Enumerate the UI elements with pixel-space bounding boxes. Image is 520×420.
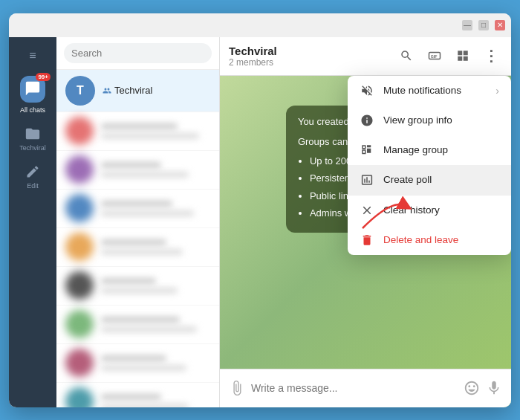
list-item[interactable] xyxy=(56,151,219,190)
chat-header-actions: GIF ⋮ xyxy=(395,45,502,67)
search-bar xyxy=(56,37,219,70)
attachment-button[interactable] xyxy=(229,380,245,396)
menu-item-manage-group[interactable]: Manage group xyxy=(348,135,511,165)
more-options-button[interactable]: ⋮ xyxy=(480,45,502,67)
mute-icon xyxy=(360,84,374,97)
menu-item-delete-leave[interactable]: Delete and leave xyxy=(348,225,511,255)
layout-button[interactable] xyxy=(452,45,474,67)
clear-history-icon xyxy=(360,204,374,217)
chat-item-techviral[interactable]: T Techviral xyxy=(56,70,219,112)
mute-arrow: › xyxy=(495,85,499,97)
svg-text:GIF: GIF xyxy=(431,54,438,59)
chat-subtitle: 2 members xyxy=(229,57,395,68)
menu-item-mute[interactable]: Mute notifications › xyxy=(348,76,511,106)
clear-history-label: Clear history xyxy=(383,204,440,216)
app-window: — □ ✕ ≡ All chats 99+ Techviral xyxy=(9,13,511,407)
unread-badge: 99+ xyxy=(36,73,51,81)
chat-name: Techviral xyxy=(103,85,210,96)
info-icon xyxy=(360,114,374,127)
chat-input-bar xyxy=(220,369,511,407)
voice-button[interactable] xyxy=(486,380,502,396)
create-poll-label: Create poll xyxy=(383,174,432,185)
list-item[interactable] xyxy=(56,306,219,344)
gif-button[interactable]: GIF xyxy=(423,45,446,67)
edit-label: Edit xyxy=(27,182,39,190)
close-button[interactable]: ✕ xyxy=(495,20,505,30)
chat-area: Techviral 2 members GIF ⋮ xyxy=(220,37,511,407)
settings-icon xyxy=(360,143,374,157)
search-input[interactable] xyxy=(64,43,212,63)
chat-list: T Techviral xyxy=(56,70,219,407)
dropdown-menu: Mute notifications › View group info M xyxy=(348,76,511,255)
edit-icon xyxy=(25,164,41,180)
chat-title: Techviral xyxy=(229,45,395,57)
list-item[interactable] xyxy=(56,344,219,383)
sidebar-item-edit[interactable]: Edit xyxy=(9,159,56,194)
list-item[interactable] xyxy=(56,383,219,407)
menu-item-view-group[interactable]: View group info xyxy=(348,106,511,135)
mute-label: Mute notifications xyxy=(383,85,461,96)
sidebar-item-menu[interactable]: ≡ xyxy=(9,43,56,68)
manage-group-label: Manage group xyxy=(383,144,448,155)
chat-list-panel: T Techviral xyxy=(56,37,220,407)
techviral-label: Techviral xyxy=(19,144,46,152)
message-input[interactable] xyxy=(251,382,458,394)
menu-icon: ≡ xyxy=(25,48,41,64)
list-item[interactable] xyxy=(56,228,219,267)
list-item[interactable] xyxy=(56,267,219,306)
chat-header: Techviral 2 members GIF ⋮ xyxy=(220,37,511,76)
chat-avatar-techviral: T xyxy=(65,76,95,106)
view-group-label: View group info xyxy=(383,114,452,126)
menu-item-create-poll[interactable]: Create poll xyxy=(348,165,511,195)
emoji-button[interactable] xyxy=(464,380,480,396)
list-item[interactable] xyxy=(56,190,219,228)
minimize-button[interactable]: — xyxy=(462,20,472,30)
sidebar-icons: ≡ All chats 99+ Techviral Edit xyxy=(9,37,56,407)
delete-icon xyxy=(360,233,374,247)
sidebar-item-techviral[interactable]: Techviral xyxy=(9,121,56,156)
all-chats-label: All chats xyxy=(20,106,45,114)
delete-leave-label: Delete and leave xyxy=(383,234,458,245)
list-item[interactable] xyxy=(56,112,219,151)
folder-icon xyxy=(25,126,41,142)
title-bar: — □ ✕ xyxy=(9,13,511,37)
sidebar-item-all-chats[interactable]: All chats 99+ xyxy=(9,71,56,118)
maximize-button[interactable]: □ xyxy=(478,20,489,30)
menu-item-clear-history[interactable]: Clear history xyxy=(348,196,511,225)
main-content: ≡ All chats 99+ Techviral Edit xyxy=(9,37,511,407)
search-chat-button[interactable] xyxy=(395,45,417,67)
poll-icon xyxy=(360,173,374,187)
